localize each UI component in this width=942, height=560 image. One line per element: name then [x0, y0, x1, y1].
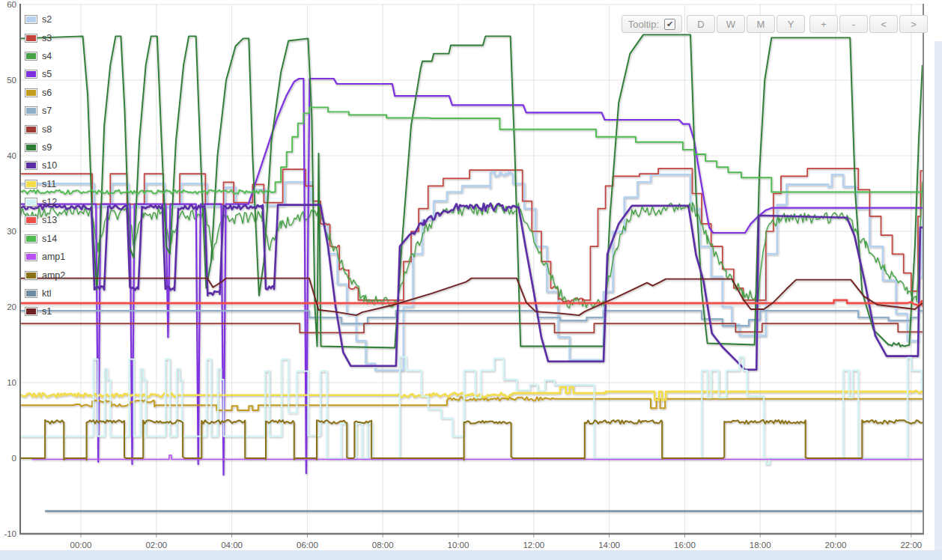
legend-label: s14 [42, 234, 57, 244]
legend-item-s3[interactable]: s3 [25, 28, 65, 46]
legend-swatch-icon [25, 289, 37, 298]
legend-item-s11[interactable]: s11 [25, 175, 65, 193]
legend-item-s9[interactable]: s9 [25, 139, 65, 156]
x-axis-label: 02:00 [145, 541, 167, 550]
legend-swatch-icon [25, 88, 37, 97]
x-axis-label: 14:00 [598, 541, 620, 550]
legend-label: s1 [42, 306, 52, 317]
x-axis-label: 18:00 [750, 541, 771, 550]
legend-swatch-icon [25, 216, 37, 225]
legend-item-s12[interactable]: s12 [25, 193, 65, 211]
legend-swatch-icon [25, 198, 37, 207]
chart-toolbar: Tooltip: ✔ DWMY +-<> [622, 15, 928, 33]
legend-item-s13[interactable]: s13 [25, 211, 65, 229]
legend-item-ktl[interactable]: ktl [25, 284, 65, 302]
legend-item-s2[interactable]: s2 [25, 10, 65, 28]
legend-swatch-icon [25, 161, 37, 170]
y-axis-label: -10 [4, 529, 16, 538]
y-axis-label: 30 [7, 227, 16, 236]
y-axis-label: 0 [12, 454, 16, 463]
legend-swatch-icon [25, 180, 37, 189]
legend-swatch-icon [25, 34, 37, 43]
range-buttons: DWMY [687, 15, 805, 33]
chart-canvas: 6050403020100-1000:0002:0004:0006:0008:0… [0, 0, 942, 560]
legend: s2s3s4s5s6s7s8s9s10s11s12s13s14amp1amp2k… [25, 10, 65, 321]
x-axis-label: 16:00 [674, 541, 696, 550]
x-axis-label: 20:00 [825, 541, 847, 550]
legend-label: s8 [42, 124, 52, 135]
chart-stage: 6050403020100-1000:0002:0004:0006:0008:0… [0, 0, 942, 560]
x-axis-label: 10:00 [448, 541, 470, 550]
legend-swatch-icon [25, 15, 37, 24]
legend-label: s10 [42, 160, 57, 171]
check-icon: ✔ [666, 20, 673, 28]
legend-label: amp2 [42, 270, 65, 281]
legend-swatch-icon [25, 307, 37, 316]
range-year-button[interactable]: Y [777, 15, 805, 33]
tooltip-toggle[interactable]: Tooltip: ✔ [622, 15, 682, 33]
legend-label: s4 [42, 51, 52, 61]
legend-item-s7[interactable]: s7 [25, 102, 65, 120]
legend-label: s9 [42, 142, 52, 153]
tooltip-checkbox[interactable]: ✔ [664, 19, 675, 30]
y-axis-label: 40 [7, 151, 16, 160]
legend-label: s3 [42, 33, 52, 43]
right-edge-strip [935, 41, 942, 550]
x-axis-label: 06:00 [297, 541, 318, 550]
legend-item-s6[interactable]: s6 [25, 84, 65, 102]
x-axis-label: 22:00 [900, 541, 922, 550]
range-day-button[interactable]: D [687, 15, 715, 33]
y-axis-label: 60 [7, 0, 16, 9]
legend-label: s12 [42, 197, 57, 207]
x-axis-label: 00:00 [70, 541, 92, 550]
legend-item-amp2[interactable]: amp2 [25, 266, 65, 284]
legend-swatch-icon [25, 125, 37, 134]
legend-swatch-icon [25, 143, 37, 152]
zoom-pan-buttons: +-<> [809, 15, 928, 33]
legend-label: s6 [42, 88, 52, 98]
legend-label: s13 [42, 215, 57, 225]
legend-item-s4[interactable]: s4 [25, 47, 65, 65]
legend-label: s7 [42, 106, 52, 116]
legend-swatch-icon [25, 252, 37, 261]
legend-label: s11 [42, 179, 56, 189]
legend-swatch-icon [25, 70, 37, 79]
legend-label: ktl [42, 288, 52, 299]
legend-item-amp1[interactable]: amp1 [25, 248, 65, 266]
legend-label: amp1 [42, 252, 65, 262]
legend-item-s10[interactable]: s10 [25, 156, 65, 174]
legend-label: s2 [42, 14, 52, 25]
tooltip-label: Tooltip: [628, 19, 659, 30]
x-axis-label: 08:00 [372, 541, 394, 550]
y-axis-label: 10 [7, 378, 16, 387]
legend-item-s14[interactable]: s14 [25, 230, 65, 248]
range-week-button[interactable]: W [717, 15, 745, 33]
legend-swatch-icon [25, 271, 37, 280]
legend-item-s8[interactable]: s8 [25, 120, 65, 138]
legend-item-s5[interactable]: s5 [25, 65, 65, 83]
legend-swatch-icon [25, 52, 37, 61]
pan-right-button[interactable]: > [899, 15, 928, 33]
zoom-out-button[interactable]: - [839, 15, 868, 33]
y-axis-label: 20 [7, 302, 16, 311]
legend-swatch-icon [25, 234, 37, 243]
legend-item-s1[interactable]: s1 [25, 302, 65, 320]
pan-left-button[interactable]: < [869, 15, 898, 33]
legend-swatch-icon [25, 106, 37, 115]
bottom-scroll-strip[interactable] [0, 550, 942, 560]
y-axis-label: 50 [7, 76, 16, 85]
x-axis-label: 04:00 [221, 541, 243, 550]
legend-label: s5 [42, 69, 52, 79]
range-month-button[interactable]: M [747, 15, 775, 33]
zoom-in-button[interactable]: + [809, 15, 838, 33]
x-axis-label: 12:00 [523, 541, 544, 550]
